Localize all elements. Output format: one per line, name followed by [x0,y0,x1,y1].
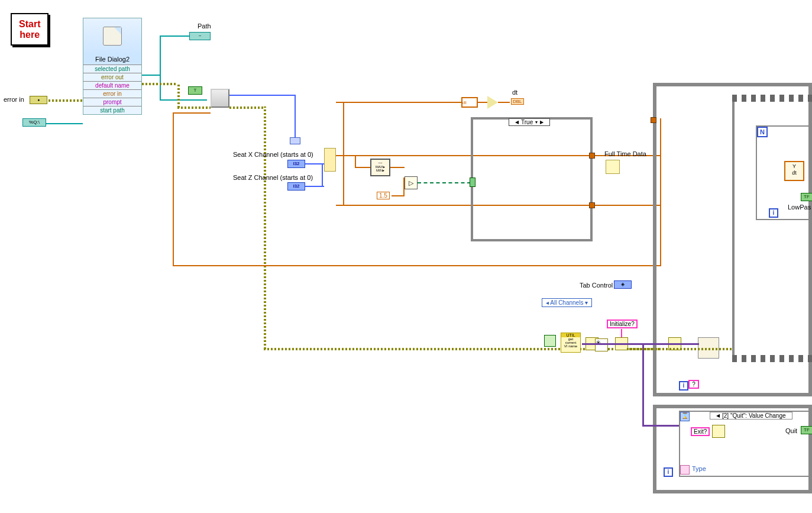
loop-cond-q[interactable]: ? [688,380,699,389]
wire-dt-mul [478,102,487,103]
greater-than-icon[interactable]: ▷ [405,176,418,189]
util-get-vi-name[interactable]: UTIL getcurrentVI name [561,333,581,353]
bool-const-true[interactable]: T [188,86,202,95]
seat-x-control[interactable]: I32 [287,160,305,168]
right-tri-icon[interactable]: ▶ [540,120,544,125]
ev-left-icon[interactable]: ◀ [716,413,720,418]
row-prompt[interactable]: prompt [83,98,141,106]
case-selector-terminal[interactable] [470,178,475,187]
wire-o2 [336,155,473,156]
down-tri-icon[interactable]: ▾ [535,120,538,125]
wire-o3v [343,155,344,206]
wire-to-path-ind [160,36,189,37]
seq-film-top [732,95,812,102]
wire-to-open [160,99,207,101]
wire-mul-out [498,102,510,103]
error-wire-v1 [177,83,180,108]
purple-wire-v [642,343,644,426]
file-dialog-node[interactable]: File Dialog2 selected path error out def… [83,18,142,115]
row-default-name[interactable]: default name [83,81,141,89]
event-timeout-icon[interactable]: ⌛ [680,412,690,421]
wire-o1 [336,102,468,103]
tunnel-bot [589,202,595,208]
quit-label: Quit [785,427,797,434]
refnum-wire-v [295,95,296,140]
exit-node[interactable] [712,425,725,438]
dt-label: dt [512,89,517,96]
y-text: Y [785,163,803,170]
i-terminal-for[interactable]: i [769,208,778,218]
start-line2: here [19,30,40,40]
error-into-loop [627,348,733,350]
tab-control-terminal[interactable]: ◈ [614,280,632,289]
file-dialog-icon-area [83,18,141,54]
loop-tunnel-1 [651,117,656,123]
n-terminal[interactable]: N [757,127,768,137]
error-in-label: error in [4,96,24,103]
signal-split-icon[interactable] [290,137,300,144]
event-case-selector[interactable]: ◀ [2] "Quit": Value Change [710,412,792,420]
start-here-note: Start here [11,13,48,46]
refnum-wire-h [229,95,296,96]
error-wire-h2 [177,107,211,109]
full-time-label: Full Time Data [604,150,646,157]
seat-z-label: Seat Z Channel (starts at 0) [233,174,313,181]
path-constant[interactable]: %Q:\ [22,118,46,127]
error-in-terminal[interactable]: ⬥ [30,96,47,104]
tf-const[interactable]: TF [801,193,812,201]
dbl-indicator[interactable]: DBL [511,98,524,105]
asterisk-icon[interactable]: ✳ [595,338,608,351]
event-data-node[interactable] [680,465,690,475]
i-terminal-main[interactable]: i [679,381,688,391]
wire-selected-path [142,75,160,76]
wire-oh-bot [473,205,660,206]
y-dt-subvi[interactable]: Y dt [784,161,804,181]
i-terminal-lower[interactable]: i [664,467,673,477]
wire-to-maxmin [355,167,370,168]
wire-max-out [390,167,405,168]
file-dialog-title: File Dialog2 [83,54,141,64]
purple-wire-2 [628,343,699,345]
big-o-h0 [173,112,211,114]
big-o-h [173,265,661,266]
row-error-out[interactable]: error out [83,73,141,81]
startpath-wire [46,123,83,124]
all-channels-text: All Channels [550,299,583,306]
max-min-icon[interactable]: ~~MAX▸MIN▸ [370,159,390,176]
path-indicator[interactable]: ~ [189,32,211,40]
bool-wire [418,182,471,183]
const-1p5[interactable]: 1.5 [377,192,390,199]
purple-to-lower [642,425,679,427]
full-time-data-node[interactable] [606,160,620,174]
initialize-label: Initialize? [607,320,638,328]
all-channels-ring[interactable]: ◂ All Channels ▾ [542,298,592,307]
wire-path-v [160,36,161,101]
seat-merge-wire [322,163,323,187]
dt-extract-icon[interactable]: dt [461,97,478,108]
row-start-path[interactable]: start path [83,106,141,114]
wire-gt-join [403,178,405,196]
vi-ref-icon[interactable] [544,335,556,347]
case-label: True [521,119,533,125]
type-label: Type [692,465,706,472]
row-selected-path[interactable]: selected path [83,64,141,73]
case-structure[interactable] [471,117,593,241]
row-error-in[interactable]: error in [83,89,141,98]
left-tri-icon[interactable]: ◀ [515,120,519,125]
file-page-icon [103,27,122,46]
case-selector[interactable]: ◀ True ▾ ▶ [509,118,550,126]
multiply-icon[interactable] [487,96,498,109]
quit-tf[interactable]: TF [801,426,812,434]
event-case-label: [2] "Quit": Value Change [722,412,786,419]
seat-z-control[interactable]: I32 [287,182,305,191]
error-wire-h3 [229,107,265,109]
tunnel-top [589,153,595,159]
open-tdms-icon[interactable] [211,89,229,108]
wire-o1v [343,102,344,156]
exit-label: Exit? [691,427,710,436]
wire-to-maxmin-v [355,155,356,168]
dt-text1: dt [462,100,467,105]
index-array-icon[interactable] [324,148,336,172]
tab-control-label: Tab Control [580,282,613,289]
seq-film-bot [732,355,812,362]
